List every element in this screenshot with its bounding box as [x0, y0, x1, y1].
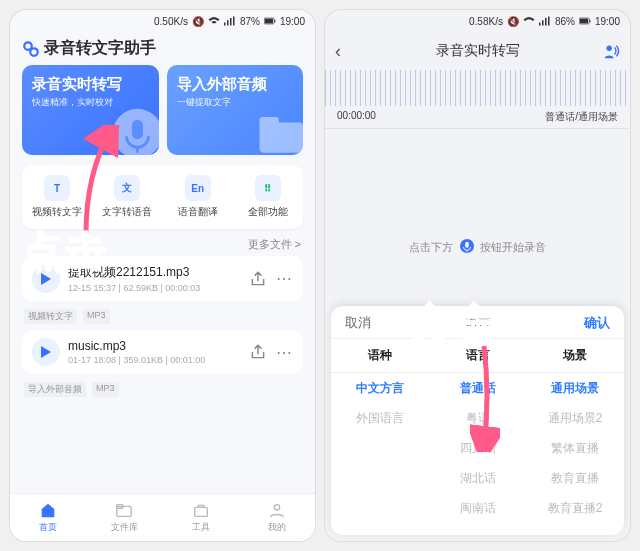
- picker-option[interactable]: 普通话: [429, 373, 527, 403]
- svg-rect-0: [224, 23, 226, 26]
- speaker-icon[interactable]: [602, 42, 620, 60]
- net-speed: 0.58K/s: [469, 16, 503, 27]
- picker-option[interactable]: 粤语: [429, 403, 527, 433]
- net-speed: 0.50K/s: [154, 16, 188, 27]
- svg-rect-22: [580, 19, 588, 24]
- app-title: 录音转文字助手: [10, 32, 315, 65]
- file-item[interactable]: music.mp3 01-17 18:08 | 359.01KB | 00:01…: [22, 330, 303, 374]
- battery-pct: 87%: [240, 16, 260, 27]
- picker-headers: 语种 语言 场景: [331, 338, 624, 373]
- picker-columns[interactable]: 中文方言 外国语言 普通话 粤语 四川话 湖北话 闽南话 通用场景 通用场景2 …: [331, 373, 624, 531]
- svg-rect-2: [230, 18, 232, 26]
- waveform: [325, 70, 630, 106]
- svg-rect-18: [542, 20, 544, 25]
- picker-option[interactable]: 湖北话: [429, 463, 527, 493]
- wifi-icon: [208, 16, 220, 26]
- col-head: 语言: [429, 339, 527, 372]
- svg-point-24: [607, 46, 612, 51]
- tab-label: 文件库: [111, 521, 138, 534]
- picker-option[interactable]: 中文方言: [331, 373, 429, 403]
- mode-selector[interactable]: 普通话/通用场景: [545, 110, 618, 124]
- card-title: 导入外部音频: [177, 75, 294, 94]
- tab-home[interactable]: 首页: [10, 494, 86, 541]
- more-icon[interactable]: ⋯: [275, 269, 293, 288]
- app-title-text: 录音转文字助手: [44, 38, 156, 59]
- signal-icon: [224, 16, 236, 26]
- tool-video-to-text[interactable]: T 视频转文字: [22, 175, 92, 219]
- tab-files[interactable]: 文件库: [86, 494, 162, 541]
- tool-label: 文字转语音: [102, 205, 152, 219]
- more-files-link[interactable]: 更多文件 >: [10, 229, 315, 256]
- page-title: 录音实时转写: [436, 42, 520, 60]
- clock: 19:00: [595, 16, 620, 27]
- picker-option[interactable]: 教育直播2: [526, 493, 624, 523]
- card-record-transcribe[interactable]: 录音实时转写 快速精准，实时校对: [22, 65, 159, 155]
- folder-icon: [115, 501, 133, 519]
- back-button[interactable]: ‹: [335, 41, 341, 62]
- battery-icon: [264, 16, 276, 26]
- file-meta: 12-15 15:37 | 62.59KB | 00:00:03: [68, 283, 241, 293]
- mute-icon: 🔇: [507, 16, 519, 27]
- sheet-title: 语言: [465, 314, 491, 332]
- col-head: 场景: [526, 339, 624, 372]
- status-bar: 0.58K/s 🔇 86% 19:00: [325, 10, 630, 32]
- mic-icon: [110, 106, 159, 155]
- picker-option[interactable]: 通用场景2: [526, 403, 624, 433]
- mic-icon: [460, 239, 474, 253]
- file-meta: 01-17 18:08 | 359.01KB | 00:01:00: [68, 355, 241, 365]
- tool-label: 语音翻译: [178, 205, 218, 219]
- confirm-button[interactable]: 确认: [584, 314, 610, 332]
- file-tags: 导入外部音频MP3: [10, 380, 315, 403]
- feature-cards: 录音实时转写 快速精准，实时校对 导入外部音频 一键提取文字: [10, 65, 315, 155]
- bottom-tabbar: 首页 文件库 工具 我的: [10, 493, 315, 541]
- tool-voice-translate[interactable]: En 语音翻译: [163, 175, 233, 219]
- file-item[interactable]: 提取视频2212151.mp3 12-15 15:37 | 62.59KB | …: [22, 256, 303, 301]
- tool-all[interactable]: ⠿ 全部功能: [233, 175, 303, 219]
- picker-col-scene: 通用场景 通用场景2 繁体直播 教育直播 教育直播2: [526, 373, 624, 531]
- svg-rect-1: [227, 20, 229, 25]
- svg-rect-6: [274, 20, 275, 22]
- tts-icon: 文: [114, 175, 140, 201]
- play-button[interactable]: [32, 265, 60, 293]
- person-icon: [268, 501, 286, 519]
- svg-point-16: [274, 505, 279, 510]
- share-icon[interactable]: [249, 270, 267, 288]
- tab-label: 首页: [39, 521, 57, 534]
- mute-icon: 🔇: [192, 16, 204, 27]
- tab-label: 我的: [268, 521, 286, 534]
- home-icon: [39, 501, 57, 519]
- video-text-icon: T: [44, 175, 70, 201]
- picker-option[interactable]: 通用场景: [526, 373, 624, 403]
- picker-option[interactable]: 教育直播: [526, 463, 624, 493]
- share-icon[interactable]: [249, 343, 267, 361]
- picker-col-kind: 中文方言 外国语言: [331, 373, 429, 531]
- battery-pct: 86%: [555, 16, 575, 27]
- app-logo-icon: [22, 40, 40, 58]
- card-import-audio[interactable]: 导入外部音频 一键提取文字: [167, 65, 304, 155]
- battery-icon: [579, 16, 591, 26]
- play-button[interactable]: [32, 338, 60, 366]
- file-name: music.mp3: [68, 339, 241, 353]
- file-name: 提取视频2212151.mp3: [68, 264, 241, 281]
- timer-mode-row: 00:00:00 普通话/通用场景: [325, 106, 630, 129]
- picker-option[interactable]: 四川话: [429, 433, 527, 463]
- folder-icon: [254, 106, 303, 155]
- picker-option[interactable]: 闽南话: [429, 493, 527, 523]
- more-icon[interactable]: ⋯: [275, 343, 293, 362]
- svg-rect-5: [265, 19, 273, 24]
- tab-me[interactable]: 我的: [239, 494, 315, 541]
- svg-rect-19: [545, 18, 547, 26]
- translate-icon: En: [185, 175, 211, 201]
- phone-left: 0.50K/s 🔇 87% 19:00 录音转文字助手 录音实时转写 快速精准，…: [10, 10, 315, 541]
- picker-option[interactable]: 繁体直播: [526, 433, 624, 463]
- tool-label: 视频转文字: [32, 205, 82, 219]
- tool-text-to-speech[interactable]: 文 文字转语音: [92, 175, 162, 219]
- tab-tools[interactable]: 工具: [163, 494, 239, 541]
- tool-label: 全部功能: [248, 205, 288, 219]
- cancel-button[interactable]: 取消: [345, 314, 371, 332]
- status-bar: 0.50K/s 🔇 87% 19:00: [10, 10, 315, 32]
- record-hint: 点击下方 按钮开始录音: [325, 239, 630, 255]
- col-head: 语种: [331, 339, 429, 372]
- picker-option[interactable]: 外国语言: [331, 403, 429, 433]
- picker-col-language: 普通话 粤语 四川话 湖北话 闽南话: [429, 373, 527, 531]
